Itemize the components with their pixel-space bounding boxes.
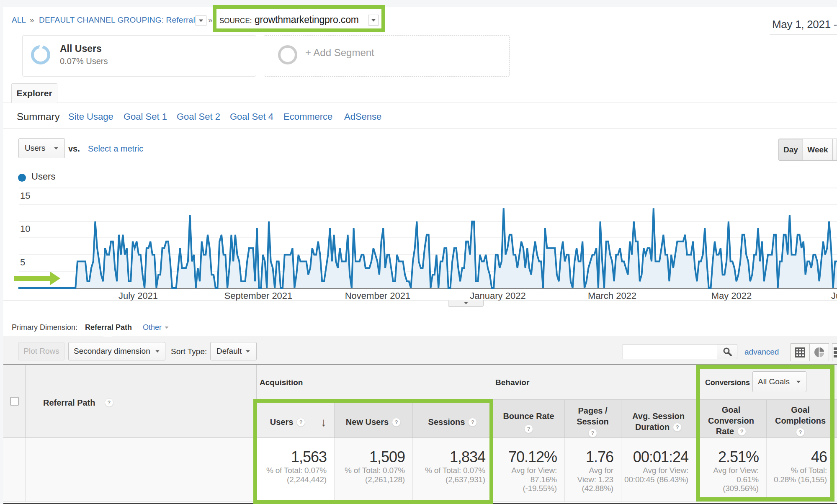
svg-text:15: 15 xyxy=(20,190,30,201)
svg-text:May 2022: May 2022 xyxy=(711,291,752,301)
svg-text:November 2021: November 2021 xyxy=(345,291,411,301)
svg-text:March 2022: March 2022 xyxy=(588,291,636,301)
svg-text:September 2021: September 2021 xyxy=(224,291,293,301)
svg-text:10: 10 xyxy=(20,224,30,234)
svg-text:July 2021: July 2021 xyxy=(118,291,158,301)
svg-text:5: 5 xyxy=(20,257,25,267)
svg-text:July 2022: July 2022 xyxy=(831,291,837,301)
